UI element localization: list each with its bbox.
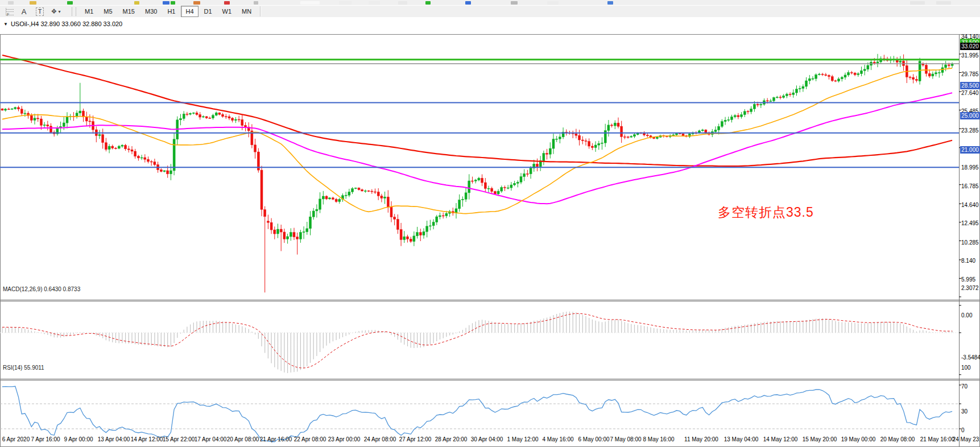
- timeframe-button-H1[interactable]: H1: [163, 6, 180, 17]
- timeframe-button-M15[interactable]: M15: [118, 6, 139, 17]
- toolbar-icon-fragment: [936, 1, 951, 5]
- timeframe-button-MN[interactable]: MN: [237, 6, 256, 17]
- toolbar-row-clipped: [0, 0, 980, 6]
- timeframe-button-M30[interactable]: M30: [140, 6, 162, 17]
- text-box-icon: T: [36, 7, 44, 16]
- toolbar-separator: [260, 6, 261, 16]
- toolbar-icon-fragment: [910, 1, 925, 5]
- timeframe-button-M5[interactable]: M5: [99, 6, 117, 17]
- toolbar-icon-fragment: [339, 1, 352, 5]
- toolbar-icon-fragment: [369, 1, 380, 5]
- timeframe-button-W1[interactable]: W1: [218, 6, 237, 17]
- toolbar-icon-fragment: [300, 1, 320, 5]
- toolbar-icon-fragment: [193, 1, 200, 5]
- toolbar-icon-fragment: [8, 1, 14, 5]
- toolbar-icon-fragment: [398, 1, 407, 5]
- toolbar-icon-fragment: [134, 1, 139, 5]
- timeframe-button-H4[interactable]: H4: [181, 6, 198, 17]
- grid-profile-icon[interactable]: F: [2, 6, 14, 17]
- toolbar-icon-fragment: [163, 1, 169, 5]
- chart-canvas[interactable]: [0, 17, 980, 447]
- timeframe-button-M1[interactable]: M1: [80, 6, 98, 17]
- font-tool-button[interactable]: A: [18, 6, 30, 17]
- toolbar-icon-fragment: [425, 1, 431, 5]
- timeframe-toolbar: M1M5M15M30H1H4D1W1MN: [80, 6, 257, 17]
- mt4-window: F A T ❖ ▾ M1M5M15M30H1H4D1W1MN ▼ USOil-,…: [0, 0, 980, 447]
- styles-icon: ❖: [51, 7, 57, 15]
- toolbar-icon-fragment: [67, 1, 73, 5]
- toolbar-icon-fragment: [171, 1, 175, 5]
- text-label-tool-button[interactable]: T: [34, 6, 46, 17]
- styles-dropdown-button[interactable]: ❖ ▾: [49, 6, 62, 17]
- toolbar-icon-fragment: [547, 1, 559, 5]
- grid-f-icon: F: [6, 8, 14, 15]
- toolbar-drag-handle[interactable]: [72, 7, 76, 16]
- toolbar-icon-fragment: [465, 1, 471, 5]
- letter-a-icon: A: [22, 7, 27, 16]
- chart-window[interactable]: ▼ USOil-,H4 32.890 33.060 32.880 33.020 …: [0, 17, 980, 447]
- toolbar-icon-fragment: [30, 1, 36, 5]
- chevron-down-icon: ▾: [58, 9, 60, 14]
- toolbar-icon-fragment: [224, 1, 230, 5]
- toolbar-icon-fragment: [607, 1, 613, 5]
- toolbar-icon-fragment: [511, 1, 518, 5]
- timeframe-button-D1[interactable]: D1: [200, 6, 217, 17]
- toolbar-main: F A T ❖ ▾ M1M5M15M30H1H4D1W1MN: [0, 6, 980, 17]
- toolbar-icon-fragment: [254, 1, 258, 5]
